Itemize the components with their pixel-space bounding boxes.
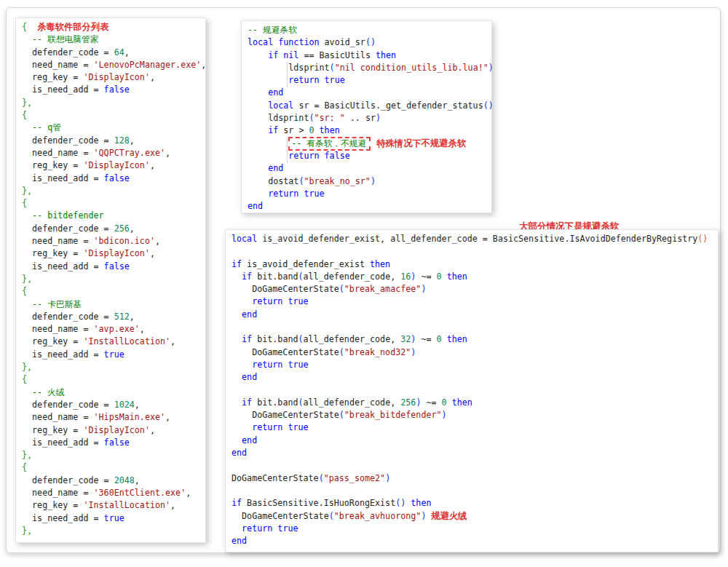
code-line: need_name = '360EntClient.exe', [22,487,205,499]
code-line: end [232,447,718,459]
code-token: then [376,50,396,60]
code-line: DoGameCenterState("break_amacfee") [232,283,718,296]
red-annotation: 规避火绒 [431,511,467,521]
code-line: need_name = 'QQPCTray.exe', [22,147,205,159]
code-token [22,34,32,44]
code-token: end [268,87,283,98]
code-token: ldsprint [248,113,309,123]
code-token: ( [330,63,335,73]
code-token [248,151,288,161]
code-token: then [411,498,431,508]
code-token: is_need_add = [22,437,104,448]
code-token: 'DisplayIcon' [83,160,149,170]
code-token: need_name = [22,488,94,498]
code-token: -- bitdefender [32,210,104,221]
code-token: is_need_add = [22,513,104,523]
boxed-comment-annotation: -- 有杀软，不规避 [288,137,371,151]
code-token: reg_key = [22,72,83,82]
code-token: -- 规避杀软 [248,25,297,35]
code-line: { [22,109,205,122]
code-token [320,75,325,85]
indent-guide [287,138,288,163]
code-line: local function avoid_sr() [248,36,491,49]
code-token [447,397,452,408]
code-token: true [304,189,324,199]
code-line: defender_code = 256, [22,223,205,235]
code-line: if bit.band(all_defender_code, 16) ~= 0 … [232,271,718,283]
code-token: 0 [437,334,442,344]
code-line: if sr > 0 then [248,124,491,137]
code-token: ( [298,397,304,408]
code-token: { [22,374,27,384]
code-line: DoGameCenterState("break_avhuorong") 规避火… [232,510,718,523]
code-token: need_name = [22,148,94,158]
code-line: end [232,535,718,547]
code-token: 512 [114,312,130,322]
code-line: reg_key = 'InstallLocation', [22,499,205,512]
code-token: , [135,475,140,485]
code-token: if [242,397,252,408]
code-token: { [22,110,27,120]
code-line: return true [232,296,718,308]
code-token: ( [298,271,304,282]
code-token: if [242,334,252,344]
code-token: defender_code = [22,312,114,322]
code-line: }, [22,361,205,373]
code-token: is_need_add = [22,349,104,360]
code-line: need_name = 'LenovoPcManager.exe', [22,59,205,71]
code-line: is_need_add = false [22,437,205,449]
code-token: , [170,336,175,346]
code-token: , [124,47,130,58]
code-token: 128 [114,135,130,146]
code-token: 256 [114,223,130,234]
code-token: , [186,488,191,498]
code-line: if bit.band(all_defender_code, 256) ~= 0… [232,397,718,409]
code-token: , [130,312,135,322]
code-token: true [104,349,124,360]
code-token: defender_code = [22,400,114,410]
code-token: 'LenovoPcManager.exe' [94,60,202,70]
code-token: 0 [442,397,447,408]
code-token: () [365,37,376,47]
code-token [22,299,32,309]
code-token: }, [22,526,32,536]
code-token: DoGameCenterState [232,284,339,294]
code-token [314,125,320,135]
code-line [232,485,718,497]
code-token: 32 [400,334,411,344]
code-token: then [447,334,467,344]
code-line: need_name = 'bdicon.ico', [22,235,205,247]
code-token: ( [339,347,344,357]
code-token: }, [22,274,32,284]
code-token: }, [22,450,32,460]
code-token: }, [22,362,32,372]
code-line: defender_code = 64, [22,47,205,59]
code-token: if [232,259,242,269]
code-line: { [22,373,205,386]
code-token [232,296,252,306]
code-token: true [325,75,345,85]
code-token: need_name = [22,412,94,422]
code-token: }, [22,186,32,196]
code-line: return true [232,359,718,371]
code-token: bit.band [252,397,298,408]
code-token: 'DisplayIcon' [83,248,149,258]
code-token [232,422,252,432]
code-token: true [104,513,124,523]
code-token: ~= [416,334,436,344]
code-token: 'DisplayIcon' [83,72,149,82]
code-token: ) [376,113,381,123]
code-line [232,459,718,472]
code-token: is_avoid_defender_exist, all_defender_co… [257,234,697,244]
code-token: DoGameCenterState [232,473,319,483]
code-token [248,163,268,173]
code-line: end [232,309,718,321]
code-token: true [277,523,298,534]
code-line: if bit.band(all_defender_code, 32) ~= 0 … [232,333,718,346]
code-token: , [165,412,170,422]
code-token: if [232,498,242,508]
code-token: , [130,135,135,146]
code-token: 'bdicon.ico' [94,236,155,246]
code-token: local [268,100,293,111]
code-token: () [483,100,494,111]
